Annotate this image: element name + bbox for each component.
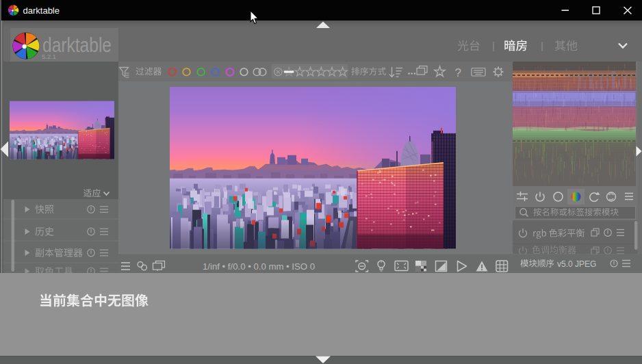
svg-text:?: ?	[455, 66, 461, 79]
svg-text:v5.0 JPEG: v5.0 JPEG	[557, 259, 596, 269]
svg-text:1/inf • f/0.0 • 0.0 mm • ISO 0: 1/inf • f/0.0 • 0.0 mm • ISO 0	[203, 261, 315, 272]
svg-text:darktable: darktable	[23, 5, 60, 16]
svg-text:5.2.1: 5.2.1	[42, 53, 56, 60]
svg-text:|: |	[492, 40, 495, 51]
svg-text:|: |	[541, 40, 543, 51]
